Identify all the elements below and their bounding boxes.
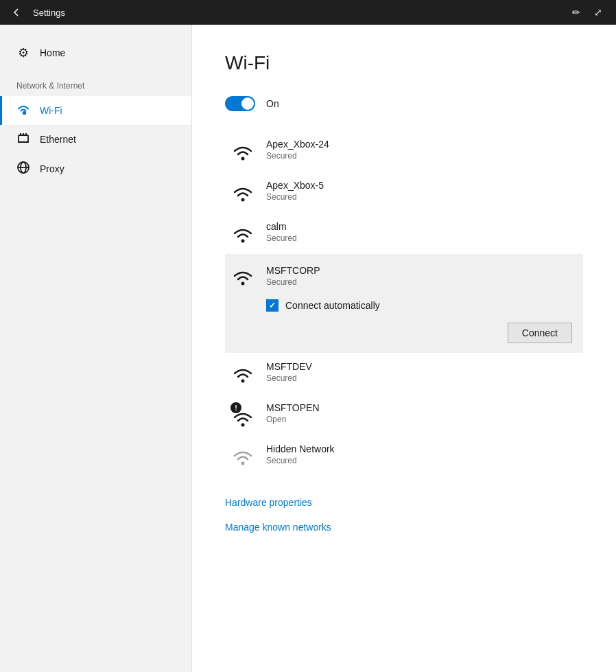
wifi-signal-icon-calm [230, 221, 255, 246]
sidebar-item-proxy[interactable]: Proxy [0, 154, 191, 184]
manage-known-networks-link[interactable]: Manage known networks [225, 515, 583, 540]
network-name-apex5: Apex_Xbox-5 [266, 180, 578, 191]
svg-point-13 [241, 424, 245, 427]
svg-point-9 [241, 198, 245, 202]
globe-icon [16, 161, 30, 177]
svg-point-8 [241, 157, 245, 161]
network-status-calm: Secured [266, 233, 578, 243]
app-title: Settings [33, 8, 567, 18]
connect-auto-row: ✓ Connect automatically [266, 299, 578, 312]
sidebar-item-home[interactable]: ⚙ Home [0, 38, 191, 67]
network-item-msftcorp[interactable]: MSFTCORP Secured ✓ Connect automatically… [225, 254, 583, 353]
sidebar-item-ethernet[interactable]: Ethernet [0, 125, 191, 154]
wifi-signal-icon-msftopen: ! [230, 402, 255, 427]
wifi-toggle[interactable] [225, 96, 255, 111]
wifi-signal-icon-msftcorp [230, 264, 255, 288]
sidebar-wifi-label: Wi-Fi [40, 105, 62, 116]
network-item-calm[interactable]: calm Secured [225, 213, 583, 254]
network-name-msftcorp: MSFTCORP [266, 265, 578, 276]
svg-point-12 [241, 380, 245, 383]
network-item-msftopen[interactable]: ! MSFTOPEN Open [225, 394, 583, 435]
title-bar-actions: ✏ ⤢ [567, 3, 608, 22]
wifi-signal-icon-apex24 [230, 139, 255, 163]
network-name-apex24: Apex_Xbox-24 [266, 139, 578, 150]
svg-point-11 [241, 282, 245, 286]
wifi-nav-icon [16, 103, 30, 118]
links-section: Hardware properties Manage known network… [225, 490, 583, 540]
network-info-apex24: Apex_Xbox-24 Secured [266, 139, 578, 161]
connect-auto-checkbox[interactable]: ✓ [266, 299, 279, 312]
network-list: Apex_Xbox-24 Secured Apex_Xbox-5 Secured [225, 130, 583, 476]
title-bar: Settings ✏ ⤢ [0, 0, 616, 25]
wifi-signal-icon-apex5 [230, 180, 255, 205]
connect-btn-row: Connect [266, 323, 578, 343]
network-item-msftdev[interactable]: MSFTDEV Secured [225, 353, 583, 394]
sidebar-home-label: Home [40, 47, 65, 58]
content-area: Wi-Fi On Apex_Xbox-24 Secured [192, 25, 616, 672]
wifi-toggle-label: On [266, 98, 279, 109]
network-status-hidden: Secured [266, 456, 578, 465]
wifi-toggle-row: On [225, 96, 583, 111]
network-info-msftcorp: MSFTCORP Secured [266, 265, 578, 287]
warning-badge: ! [235, 404, 237, 412]
network-name-hidden: Hidden Network [266, 443, 578, 454]
network-status-msftcorp: Secured [266, 277, 578, 287]
sidebar: ⚙ Home Network & Internet Wi-Fi [0, 25, 192, 672]
back-button[interactable] [8, 4, 25, 21]
network-expanded-msftcorp: ✓ Connect automatically Connect [230, 299, 578, 343]
connect-auto-label: Connect automatically [285, 300, 380, 311]
network-name-msftdev: MSFTDEV [266, 361, 578, 372]
network-info-msftdev: MSFTDEV Secured [266, 361, 578, 383]
sidebar-proxy-label: Proxy [40, 163, 64, 174]
edit-button[interactable]: ✏ [567, 3, 586, 22]
network-status-msftdev: Secured [266, 373, 578, 383]
network-status-apex5: Secured [266, 192, 578, 202]
network-info-hidden: Hidden Network Secured [266, 443, 578, 465]
wifi-signal-icon-hidden [230, 443, 255, 468]
sidebar-item-wifi[interactable]: Wi-Fi [0, 96, 191, 125]
sidebar-section-title: Network & Internet [0, 81, 191, 96]
home-gear-icon: ⚙ [16, 45, 30, 60]
expand-button[interactable]: ⤢ [589, 3, 608, 22]
svg-rect-0 [19, 135, 28, 142]
network-status-apex24: Secured [266, 151, 578, 161]
wifi-signal-icon-msftdev [230, 361, 255, 386]
network-name-msftopen: MSFTOPEN [266, 402, 578, 413]
network-name-calm: calm [266, 221, 578, 232]
network-item-apex5[interactable]: Apex_Xbox-5 Secured [225, 172, 583, 213]
ethernet-icon [16, 132, 30, 147]
network-info-msftopen: MSFTOPEN Open [266, 402, 578, 424]
network-status-msftopen: Open [266, 415, 578, 424]
network-info-calm: calm Secured [266, 221, 578, 243]
main-container: ⚙ Home Network & Internet Wi-Fi [0, 25, 616, 672]
network-item-apex24[interactable]: Apex_Xbox-24 Secured [225, 130, 583, 172]
connect-button[interactable]: Connect [508, 323, 572, 343]
network-item-hidden[interactable]: Hidden Network Secured [225, 435, 583, 476]
checkmark-icon: ✓ [269, 301, 276, 310]
svg-point-10 [241, 240, 245, 243]
network-item-row-msftcorp: MSFTCORP Secured [230, 264, 578, 288]
hardware-properties-link[interactable]: Hardware properties [225, 490, 583, 515]
page-title: Wi-Fi [225, 52, 583, 74]
sidebar-ethernet-label: Ethernet [40, 134, 76, 145]
svg-point-14 [241, 462, 245, 465]
network-info-apex5: Apex_Xbox-5 Secured [266, 180, 578, 202]
